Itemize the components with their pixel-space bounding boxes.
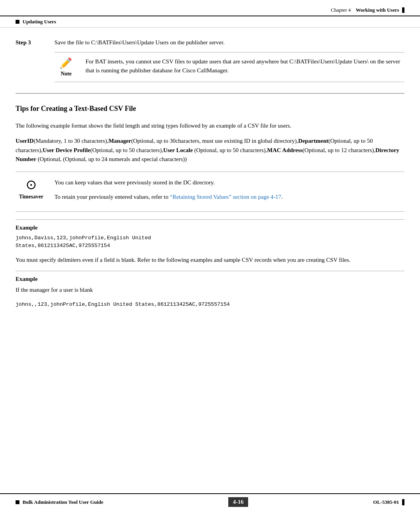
field-userid: UserID [16, 138, 34, 144]
subheader-section-title: Updating Users [23, 19, 56, 25]
chapter-label: Chapter 4 Working with Users [331, 7, 399, 13]
step-label: Step 3 [16, 39, 54, 82]
subheader-square-icon [16, 20, 19, 24]
example1-code: johns,Daviss,123,johnProfile,English Uni… [16, 234, 404, 250]
page-subheader: Updating Users [0, 16, 420, 28]
field-department: Department [298, 138, 328, 144]
example1-section: Example johns,Daviss,123,johnProfile,Eng… [16, 219, 404, 250]
note-inner: ✏️ Note For BAT inserts, you cannot use … [54, 57, 404, 77]
example2-section: Example If the manager for a user is bla… [16, 271, 404, 309]
example2-subtext: If the manager for a user is blank [16, 286, 404, 294]
note-label: Note [61, 71, 72, 77]
timesaver-content: You can keep values that were previously… [54, 177, 404, 207]
field-mac-address: MAC Address [267, 147, 303, 153]
example2-code: johns,,123,johnProfile,English United St… [16, 301, 404, 308]
timesaver-clock-icon: ⊙ [26, 177, 37, 192]
tips-fields: UserID(Mandatory, 1 to 30 characters),Ma… [16, 137, 404, 164]
footer-square-icon [16, 500, 19, 504]
timesaver-inner: ⊙ Timesaver You can keep values that wer… [16, 177, 404, 207]
tips-intro: The following example format shows the f… [16, 121, 404, 130]
chapter-title: Working with Users [356, 7, 399, 13]
between-examples-text: You must specify delimiters even if a fi… [16, 256, 404, 265]
timesaver-icon-area: ⊙ Timesaver [16, 177, 47, 200]
footer-right: OL-5385-01 [373, 499, 404, 505]
footer-doc-id: OL-5385-01 [373, 499, 399, 505]
note-pencil-icon: ✏️ [60, 57, 72, 69]
tips-section: Tips for Creating a Text-Based CSV File … [16, 105, 404, 308]
timesaver-link-text: To retain your previously entered values… [54, 193, 404, 202]
example2-heading: Example [16, 276, 404, 282]
footer-page-number: 4-16 [228, 497, 248, 507]
step-section: Step 3 Save the file to C:\BATFiles\User… [16, 39, 404, 82]
step-text: Save the file to C:\BATFiles\Users\Updat… [54, 39, 404, 46]
example1-heading: Example [16, 224, 404, 231]
note-text: For BAT inserts, you cannot use CSV file… [86, 57, 404, 75]
step-content: Save the file to C:\BATFiles\Users\Updat… [54, 39, 404, 82]
note-icon-area: ✏️ Note [54, 57, 78, 77]
header-bar-icon [402, 7, 404, 13]
footer-inner: Bulk Administration Tool User Guide 4-16… [0, 494, 420, 510]
footer-left: Bulk Administration Tool User Guide [16, 499, 103, 505]
main-content: Step 3 Save the file to C:\BATFiles\User… [0, 28, 420, 345]
field-manager: Manager [108, 138, 131, 144]
field-device-profile: User Device Profile [43, 147, 91, 153]
timesaver-link[interactable]: “Retaining Stored Values” section on pag… [170, 194, 281, 200]
timesaver-section: ⊙ Timesaver You can keep values that wer… [16, 172, 404, 212]
section-divider [16, 93, 404, 94]
footer-guide-title: Bulk Administration Tool User Guide [23, 499, 103, 505]
page-header: Chapter 4 Working with Users [0, 0, 420, 16]
footer-bar-right-icon [402, 499, 404, 505]
page-footer: Bulk Administration Tool User Guide 4-16… [0, 493, 420, 510]
field-user-locale: User Locale [163, 147, 193, 153]
timesaver-label: Timesaver [19, 194, 44, 200]
timesaver-text: You can keep values that were previously… [54, 178, 404, 187]
note-section: ✏️ Note For BAT inserts, you cannot use … [54, 52, 404, 82]
tips-heading: Tips for Creating a Text-Based CSV File [16, 105, 404, 113]
